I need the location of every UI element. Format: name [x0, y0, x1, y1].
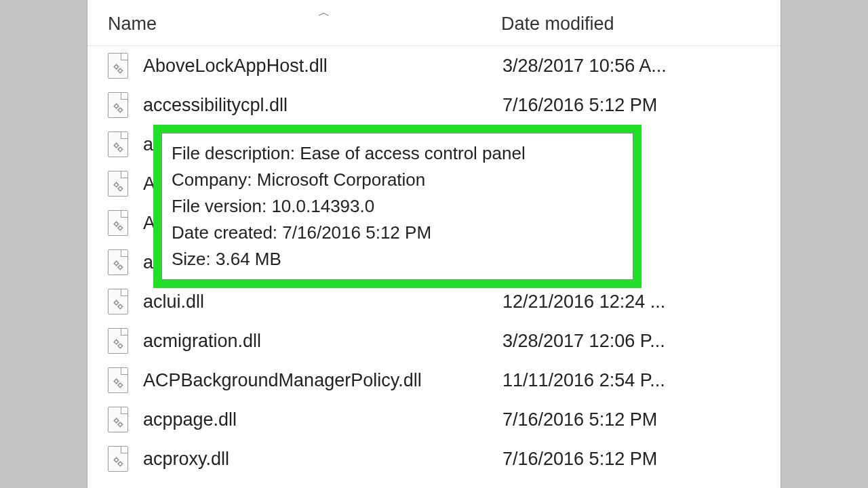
svg-point-10: [115, 262, 118, 265]
file-date: 3/28/2017 10:56 A...: [502, 56, 667, 77]
file-date: 12/21/2016 12:24 ...: [502, 291, 665, 312]
svg-point-9: [119, 226, 122, 230]
tooltip-highlight-box: File description: Ease of access control…: [153, 125, 642, 288]
file-row[interactable]: acproxy.dll7/16/2016 5:12 PM: [87, 439, 781, 479]
file-row[interactable]: acppage.dll7/16/2016 5:12 PM: [87, 400, 781, 439]
svg-point-18: [115, 419, 118, 422]
file-date: 11/11/2016 2:54 P...: [502, 370, 665, 391]
dll-file-icon: [108, 249, 128, 275]
tooltip-line-description: File description: Ease of access control…: [172, 140, 623, 167]
file-name: acppage.dll: [143, 409, 502, 430]
svg-point-13: [119, 305, 122, 308]
svg-point-8: [115, 222, 118, 226]
dll-file-icon: [108, 367, 128, 393]
file-row[interactable]: ACPBackgroundManagerPolicy.dll11/11/2016…: [87, 361, 781, 400]
svg-point-4: [115, 144, 118, 147]
dll-file-icon: [108, 328, 128, 354]
svg-point-7: [119, 187, 122, 190]
dll-file-icon: [108, 92, 128, 118]
dll-file-icon: [108, 171, 128, 197]
svg-point-19: [119, 423, 122, 426]
svg-point-0: [115, 65, 118, 68]
file-date: 7/16/2016 5:12 PM: [502, 95, 657, 116]
svg-point-3: [119, 108, 122, 112]
svg-point-6: [115, 183, 118, 186]
tooltip-line-size: Size: 3.64 MB: [172, 246, 623, 272]
dll-file-icon: [108, 131, 128, 157]
file-date: 7/16/2016 5:12 PM: [502, 409, 657, 430]
dll-file-icon: [108, 407, 128, 432]
svg-point-20: [115, 458, 118, 462]
dll-file-icon: [108, 53, 128, 79]
svg-point-11: [119, 266, 122, 269]
tooltip-line-version: File version: 10.0.14393.0: [172, 193, 623, 220]
right-letterbox: [781, 0, 868, 488]
svg-point-17: [119, 384, 122, 387]
file-name: AboveLockAppHost.dll: [143, 56, 502, 77]
svg-point-21: [119, 462, 122, 466]
dll-file-icon: [108, 446, 128, 472]
tooltip-line-company: Company: Microsoft Corporation: [172, 167, 623, 193]
tooltip-line-created: Date created: 7/16/2016 5:12 PM: [172, 220, 623, 246]
sort-caret-up-icon[interactable]: ︿: [318, 4, 330, 20]
file-name: acmigration.dll: [143, 331, 502, 352]
left-letterbox: [0, 0, 87, 488]
file-info-tooltip: File description: Ease of access control…: [161, 133, 633, 280]
dll-file-icon: [108, 289, 128, 314]
svg-point-2: [115, 104, 118, 108]
svg-point-14: [115, 340, 118, 344]
file-name: accessibilitycpl.dll: [143, 95, 502, 116]
svg-point-12: [115, 301, 118, 304]
file-date: 3/28/2017 12:06 P...: [502, 331, 665, 352]
file-name: aclui.dll: [143, 291, 502, 312]
svg-point-16: [115, 380, 118, 383]
file-row[interactable]: AboveLockAppHost.dll3/28/2017 10:56 A...: [87, 46, 781, 85]
file-row[interactable]: accessibilitycpl.dll7/16/2016 5:12 PM: [87, 85, 781, 125]
file-name: ACPBackgroundManagerPolicy.dll: [143, 370, 502, 391]
svg-point-15: [119, 344, 122, 348]
dll-file-icon: [108, 210, 128, 236]
column-header-name[interactable]: Name: [108, 14, 157, 35]
file-name: acproxy.dll: [143, 449, 502, 470]
column-header-date[interactable]: Date modified: [501, 14, 614, 35]
file-date: 7/16/2016 5:12 PM: [502, 449, 657, 470]
file-row[interactable]: acmigration.dll3/28/2017 12:06 P...: [87, 321, 781, 361]
svg-point-1: [119, 69, 122, 73]
svg-point-5: [119, 148, 122, 151]
column-header-row: ︿ Name Date modified: [87, 0, 781, 46]
